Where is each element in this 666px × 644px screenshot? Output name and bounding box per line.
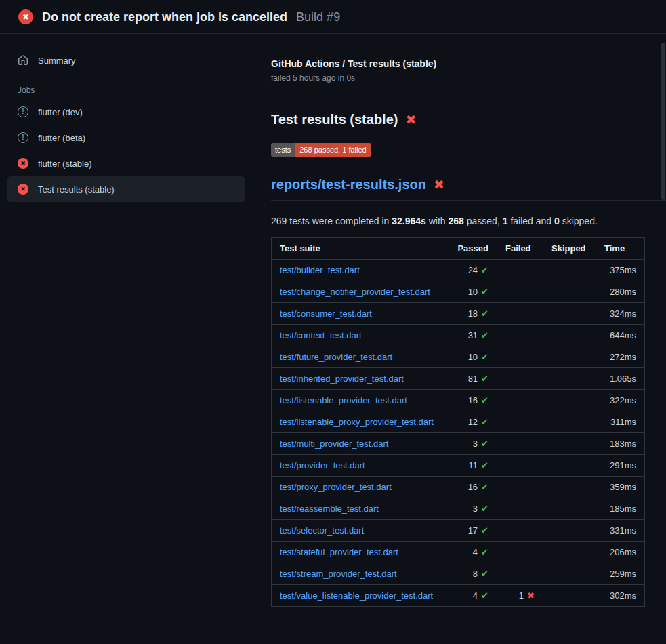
sidebar: Summary Jobs ! flutter (dev) ! flutter (… <box>0 34 264 202</box>
check-icon: ✔ <box>481 352 488 362</box>
failed-cell: 1✖ <box>497 585 543 607</box>
passed-cell: 12✔ <box>449 411 497 433</box>
col-skipped: Skipped <box>543 238 596 260</box>
suite-link[interactable]: test/reassemble_test.dart <box>280 504 379 514</box>
suite-cell: test/context_test.dart <box>272 325 449 346</box>
section-title: Test results (stable) <box>271 112 398 127</box>
suite-cell: test/multi_provider_test.dart <box>272 433 449 455</box>
suite-cell: test/value_listenable_provider_test.dart <box>272 585 449 607</box>
badge-value: 268 passed, 1 failed <box>295 143 371 157</box>
suite-link[interactable]: test/change_notifier_provider_test.dart <box>280 287 430 297</box>
suite-cell: test/listenable_proxy_provider_test.dart <box>272 411 449 433</box>
suite-link[interactable]: test/consumer_test.dart <box>280 308 372 319</box>
sidebar-item-flutter-stable[interactable]: ✖ flutter (stable) <box>7 150 245 176</box>
summary-label: Summary <box>38 56 76 66</box>
failed-cell <box>497 455 543 477</box>
sidebar-item-flutter-beta[interactable]: ! flutter (beta) <box>7 125 245 150</box>
suite-cell: test/stream_provider_test.dart <box>272 563 449 585</box>
summary-part: failed and <box>508 216 555 226</box>
time-cell: 272ms <box>596 346 645 368</box>
table-row: test/builder_test.dart 24✔ 375ms <box>272 260 645 281</box>
sidebar-item-test-results-stable[interactable]: ✖ Test results (stable) <box>7 176 245 202</box>
sidebar-item-flutter-dev[interactable]: ! flutter (dev) <box>7 99 245 125</box>
suite-link[interactable]: test/selector_test.dart <box>280 525 364 536</box>
section-title-row: Test results (stable) ✖ <box>271 112 666 127</box>
page-title: Do not create report when job is cancell… <box>42 10 287 24</box>
passed-cell: 4✔ <box>449 585 497 607</box>
skipped-cell <box>543 390 596 411</box>
suite-link[interactable]: test/context_test.dart <box>280 330 362 340</box>
table-row: test/stateful_provider_test.dart 4✔ 206m… <box>272 542 645 563</box>
suite-link[interactable]: test/provider_test.dart <box>280 460 365 470</box>
passed-cell: 16✔ <box>449 390 497 411</box>
summary-duration: 32.964s <box>392 216 426 226</box>
passed-cell: 11✔ <box>449 455 497 477</box>
suite-link[interactable]: test/listenable_proxy_provider_test.dart <box>280 417 434 427</box>
suite-cell: test/future_provider_test.dart <box>272 346 449 368</box>
skipped-cell <box>543 325 596 346</box>
time-cell: 644ms <box>596 325 645 346</box>
summary-part: with <box>426 216 449 226</box>
summary-part: 269 tests were completed in <box>271 216 392 226</box>
check-icon: ✔ <box>481 460 488 470</box>
time-cell: 1.065s <box>596 368 645 390</box>
table-row: test/selector_test.dart 17✔ 331ms <box>272 520 645 542</box>
skipped-cell <box>543 260 596 281</box>
sidebar-item-summary[interactable]: Summary <box>7 47 245 73</box>
suite-link[interactable]: test/stateful_provider_test.dart <box>280 547 398 557</box>
table-row: test/consumer_test.dart 18✔ 324ms <box>272 303 645 325</box>
skipped-cell <box>543 585 596 607</box>
job-label: Test results (stable) <box>38 184 115 195</box>
home-icon <box>18 55 28 66</box>
suite-cell: test/change_notifier_provider_test.dart <box>272 281 449 303</box>
build-number: Build #9 <box>296 10 340 24</box>
time-cell: 280ms <box>596 281 645 303</box>
passed-cell: 17✔ <box>449 520 497 542</box>
suite-cell: test/consumer_test.dart <box>272 303 449 325</box>
time-cell: 324ms <box>596 303 645 325</box>
header: ✖ Do not create report when job is cance… <box>0 0 666 34</box>
check-icon: ✔ <box>481 374 488 384</box>
suite-link[interactable]: test/listenable_provider_test.dart <box>280 395 407 405</box>
scrollbar[interactable] <box>661 43 665 200</box>
skipped-cell <box>543 498 596 520</box>
content-area: Summary Jobs ! flutter (dev) ! flutter (… <box>0 34 666 607</box>
table-row: test/future_provider_test.dart 10✔ 272ms <box>272 346 645 368</box>
check-icon: ✔ <box>481 482 488 492</box>
suite-cell: test/selector_test.dart <box>272 520 449 542</box>
results-table: Test suite Passed Failed Skipped Time te… <box>271 237 645 607</box>
failed-cell <box>497 325 543 346</box>
failed-cell <box>497 346 543 368</box>
suite-link[interactable]: test/future_provider_test.dart <box>280 352 392 362</box>
table-row: test/proxy_provider_test.dart 16✔ 359ms <box>272 477 645 498</box>
report-link[interactable]: reports/test-results.json <box>271 177 426 193</box>
skipped-cell <box>543 303 596 325</box>
suite-link[interactable]: test/inherited_provider_test.dart <box>280 374 404 384</box>
time-cell: 291ms <box>596 455 645 477</box>
skipped-cell <box>543 346 596 368</box>
check-icon: ✔ <box>481 504 488 514</box>
passed-cell: 10✔ <box>449 346 497 368</box>
check-icon: ✔ <box>481 590 488 601</box>
suite-link[interactable]: test/multi_provider_test.dart <box>280 439 388 449</box>
skipped-cell <box>543 368 596 390</box>
summary-passed-count: 268 <box>449 216 464 226</box>
time-cell: 375ms <box>596 260 645 281</box>
job-label: flutter (dev) <box>38 107 83 117</box>
failed-cell <box>497 260 543 281</box>
suite-link[interactable]: test/builder_test.dart <box>280 265 360 275</box>
report-heading-row: reports/test-results.json ✖ <box>271 177 666 201</box>
skipped-cell <box>543 563 596 585</box>
failed-cell <box>497 563 543 585</box>
suite-link[interactable]: test/value_listenable_provider_test.dart <box>280 590 433 601</box>
check-icon: ✔ <box>481 417 488 427</box>
time-cell: 302ms <box>596 585 645 607</box>
failed-status-icon: ✖ <box>18 9 33 24</box>
suite-link[interactable]: test/stream_provider_test.dart <box>280 569 397 579</box>
table-row: test/listenable_proxy_provider_test.dart… <box>272 411 645 433</box>
suite-link[interactable]: test/proxy_provider_test.dart <box>280 482 392 492</box>
col-test-suite: Test suite <box>272 238 449 260</box>
divider <box>271 94 666 94</box>
suite-cell: test/stateful_provider_test.dart <box>272 542 449 563</box>
check-icon: ✔ <box>481 395 488 405</box>
